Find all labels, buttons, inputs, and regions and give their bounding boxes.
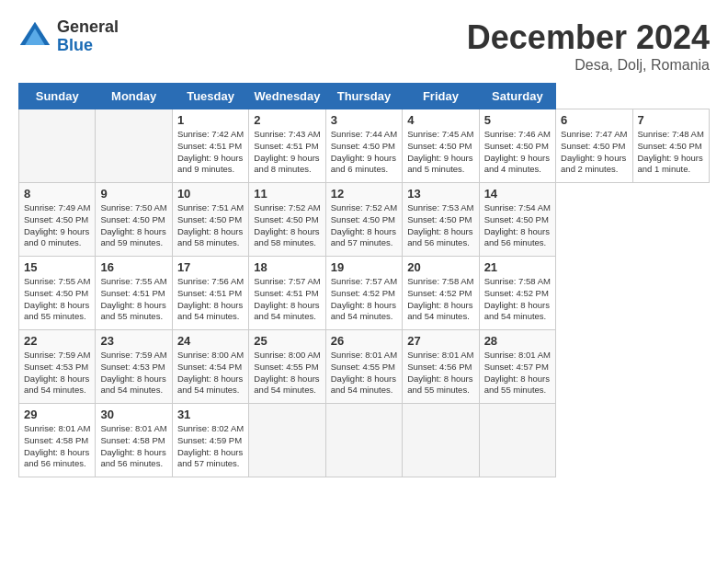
day-info: Sunrise: 7:46 AM Sunset: 4:50 PM Dayligh… bbox=[484, 129, 551, 176]
calendar-cell bbox=[403, 404, 479, 477]
day-info: Sunrise: 8:02 AM Sunset: 4:59 PM Dayligh… bbox=[177, 423, 244, 470]
calendar-cell: 6 Sunrise: 7:47 AM Sunset: 4:50 PM Dayli… bbox=[556, 109, 632, 183]
day-info: Sunrise: 7:44 AM Sunset: 4:50 PM Dayligh… bbox=[331, 129, 397, 176]
calendar-cell: 20 Sunrise: 7:58 AM Sunset: 4:52 PM Dayl… bbox=[403, 257, 479, 330]
calendar-cell: 8 Sunrise: 7:49 AM Sunset: 4:50 PM Dayli… bbox=[19, 183, 96, 257]
day-number: 18 bbox=[254, 260, 320, 274]
calendar-cell: 9 Sunrise: 7:50 AM Sunset: 4:50 PM Dayli… bbox=[96, 183, 172, 257]
day-number: 29 bbox=[24, 408, 90, 421]
day-info: Sunrise: 8:01 AM Sunset: 4:56 PM Dayligh… bbox=[407, 350, 473, 396]
day-info: Sunrise: 8:01 AM Sunset: 4:57 PM Dayligh… bbox=[484, 350, 551, 396]
day-info: Sunrise: 7:43 AM Sunset: 4:51 PM Dayligh… bbox=[254, 129, 320, 176]
month-title: December 2024 bbox=[467, 18, 710, 57]
calendar-week-4: 22 Sunrise: 7:59 AM Sunset: 4:53 PM Dayl… bbox=[19, 330, 710, 404]
day-info: Sunrise: 7:57 AM Sunset: 4:52 PM Dayligh… bbox=[331, 276, 397, 323]
day-info: Sunrise: 8:00 AM Sunset: 4:55 PM Dayligh… bbox=[254, 350, 320, 396]
calendar-cell: 1 Sunrise: 7:42 AM Sunset: 4:51 PM Dayli… bbox=[172, 109, 248, 183]
day-number: 26 bbox=[331, 334, 397, 348]
calendar-cell: 23 Sunrise: 7:59 AM Sunset: 4:53 PM Dayl… bbox=[96, 330, 172, 404]
day-number: 1 bbox=[177, 113, 244, 127]
logo-text: General Blue bbox=[57, 18, 119, 55]
calendar-cell: 24 Sunrise: 8:00 AM Sunset: 4:54 PM Dayl… bbox=[172, 330, 248, 404]
day-info: Sunrise: 8:01 AM Sunset: 4:58 PM Dayligh… bbox=[24, 423, 90, 470]
day-info: Sunrise: 7:54 AM Sunset: 4:50 PM Dayligh… bbox=[484, 202, 551, 249]
day-info: Sunrise: 7:57 AM Sunset: 4:51 PM Dayligh… bbox=[254, 276, 320, 323]
weekday-sunday: Sunday bbox=[19, 84, 96, 109]
day-number: 12 bbox=[331, 187, 397, 201]
day-number: 22 bbox=[24, 334, 90, 348]
day-info: Sunrise: 7:49 AM Sunset: 4:50 PM Dayligh… bbox=[24, 202, 90, 249]
day-number: 7 bbox=[638, 113, 705, 127]
day-info: Sunrise: 7:59 AM Sunset: 4:53 PM Dayligh… bbox=[24, 350, 90, 396]
day-number: 19 bbox=[331, 260, 397, 274]
weekday-tuesday: Tuesday bbox=[172, 84, 248, 109]
calendar-cell: 13 Sunrise: 7:53 AM Sunset: 4:50 PM Dayl… bbox=[403, 183, 479, 257]
day-number: 17 bbox=[177, 260, 244, 274]
day-info: Sunrise: 7:53 AM Sunset: 4:50 PM Dayligh… bbox=[407, 202, 473, 249]
subtitle: Desa, Dolj, Romania bbox=[467, 57, 710, 74]
day-info: Sunrise: 7:56 AM Sunset: 4:51 PM Dayligh… bbox=[177, 276, 244, 323]
calendar-week-3: 15 Sunrise: 7:55 AM Sunset: 4:50 PM Dayl… bbox=[19, 257, 710, 330]
calendar-cell bbox=[19, 109, 96, 183]
day-info: Sunrise: 8:00 AM Sunset: 4:54 PM Dayligh… bbox=[177, 350, 244, 396]
calendar-cell: 30 Sunrise: 8:01 AM Sunset: 4:58 PM Dayl… bbox=[96, 404, 172, 477]
day-info: Sunrise: 7:55 AM Sunset: 4:50 PM Dayligh… bbox=[24, 276, 90, 323]
calendar-cell bbox=[479, 404, 555, 477]
day-info: Sunrise: 7:48 AM Sunset: 4:50 PM Dayligh… bbox=[638, 129, 705, 176]
day-info: Sunrise: 7:45 AM Sunset: 4:50 PM Dayligh… bbox=[407, 129, 473, 176]
weekday-thursday: Thursday bbox=[325, 84, 402, 109]
calendar-cell: 26 Sunrise: 8:01 AM Sunset: 4:55 PM Dayl… bbox=[325, 330, 402, 404]
calendar-cell: 29 Sunrise: 8:01 AM Sunset: 4:58 PM Dayl… bbox=[19, 404, 96, 477]
day-number: 20 bbox=[407, 260, 473, 274]
day-number: 5 bbox=[484, 113, 551, 127]
logo-icon bbox=[18, 20, 51, 53]
calendar-cell bbox=[325, 404, 402, 477]
weekday-saturday: Saturday bbox=[479, 84, 555, 109]
day-number: 4 bbox=[407, 113, 473, 127]
calendar-cell: 14 Sunrise: 7:54 AM Sunset: 4:50 PM Dayl… bbox=[479, 183, 555, 257]
day-number: 3 bbox=[331, 113, 397, 127]
calendar-cell: 25 Sunrise: 8:00 AM Sunset: 4:55 PM Dayl… bbox=[249, 330, 325, 404]
day-info: Sunrise: 8:01 AM Sunset: 4:58 PM Dayligh… bbox=[100, 423, 166, 470]
calendar-cell: 28 Sunrise: 8:01 AM Sunset: 4:57 PM Dayl… bbox=[479, 330, 555, 404]
logo-blue: Blue bbox=[57, 37, 119, 55]
calendar-cell bbox=[96, 109, 172, 183]
day-number: 21 bbox=[484, 260, 551, 274]
calendar-cell: 2 Sunrise: 7:43 AM Sunset: 4:51 PM Dayli… bbox=[249, 109, 325, 183]
calendar-cell: 19 Sunrise: 7:57 AM Sunset: 4:52 PM Dayl… bbox=[325, 257, 402, 330]
header: General Blue December 2024 Desa, Dolj, R… bbox=[18, 18, 710, 74]
calendar-body: 1 Sunrise: 7:42 AM Sunset: 4:51 PM Dayli… bbox=[19, 109, 710, 477]
weekday-header: SundayMondayTuesdayWednesdayThursdayFrid… bbox=[19, 84, 710, 109]
calendar-cell: 15 Sunrise: 7:55 AM Sunset: 4:50 PM Dayl… bbox=[19, 257, 96, 330]
calendar-cell: 16 Sunrise: 7:55 AM Sunset: 4:51 PM Dayl… bbox=[96, 257, 172, 330]
calendar-week-1: 1 Sunrise: 7:42 AM Sunset: 4:51 PM Dayli… bbox=[19, 109, 710, 183]
day-number: 28 bbox=[484, 334, 551, 348]
day-info: Sunrise: 7:59 AM Sunset: 4:53 PM Dayligh… bbox=[100, 350, 166, 396]
calendar-cell: 10 Sunrise: 7:51 AM Sunset: 4:50 PM Dayl… bbox=[172, 183, 248, 257]
day-info: Sunrise: 7:50 AM Sunset: 4:50 PM Dayligh… bbox=[100, 202, 166, 249]
calendar-cell: 27 Sunrise: 8:01 AM Sunset: 4:56 PM Dayl… bbox=[403, 330, 479, 404]
day-number: 8 bbox=[24, 187, 90, 201]
weekday-monday: Monday bbox=[96, 84, 172, 109]
calendar-cell: 7 Sunrise: 7:48 AM Sunset: 4:50 PM Dayli… bbox=[632, 109, 710, 183]
title-area: December 2024 Desa, Dolj, Romania bbox=[467, 18, 710, 74]
weekday-wednesday: Wednesday bbox=[249, 84, 325, 109]
calendar-cell: 5 Sunrise: 7:46 AM Sunset: 4:50 PM Dayli… bbox=[479, 109, 555, 183]
calendar-cell: 4 Sunrise: 7:45 AM Sunset: 4:50 PM Dayli… bbox=[403, 109, 479, 183]
day-number: 6 bbox=[561, 113, 627, 127]
calendar-cell: 31 Sunrise: 8:02 AM Sunset: 4:59 PM Dayl… bbox=[172, 404, 248, 477]
calendar-cell bbox=[249, 404, 325, 477]
day-info: Sunrise: 7:47 AM Sunset: 4:50 PM Dayligh… bbox=[561, 129, 627, 176]
day-info: Sunrise: 7:42 AM Sunset: 4:51 PM Dayligh… bbox=[177, 129, 244, 176]
weekday-friday: Friday bbox=[403, 84, 479, 109]
logo: General Blue bbox=[18, 18, 119, 55]
day-info: Sunrise: 7:58 AM Sunset: 4:52 PM Dayligh… bbox=[484, 276, 551, 323]
calendar-cell: 11 Sunrise: 7:52 AM Sunset: 4:50 PM Dayl… bbox=[249, 183, 325, 257]
calendar-cell: 12 Sunrise: 7:52 AM Sunset: 4:50 PM Dayl… bbox=[325, 183, 402, 257]
day-number: 16 bbox=[100, 260, 166, 274]
day-info: Sunrise: 8:01 AM Sunset: 4:55 PM Dayligh… bbox=[331, 350, 397, 396]
day-number: 25 bbox=[254, 334, 320, 348]
calendar-week-5: 29 Sunrise: 8:01 AM Sunset: 4:58 PM Dayl… bbox=[19, 404, 710, 477]
day-number: 27 bbox=[407, 334, 473, 348]
calendar-cell: 21 Sunrise: 7:58 AM Sunset: 4:52 PM Dayl… bbox=[479, 257, 555, 330]
